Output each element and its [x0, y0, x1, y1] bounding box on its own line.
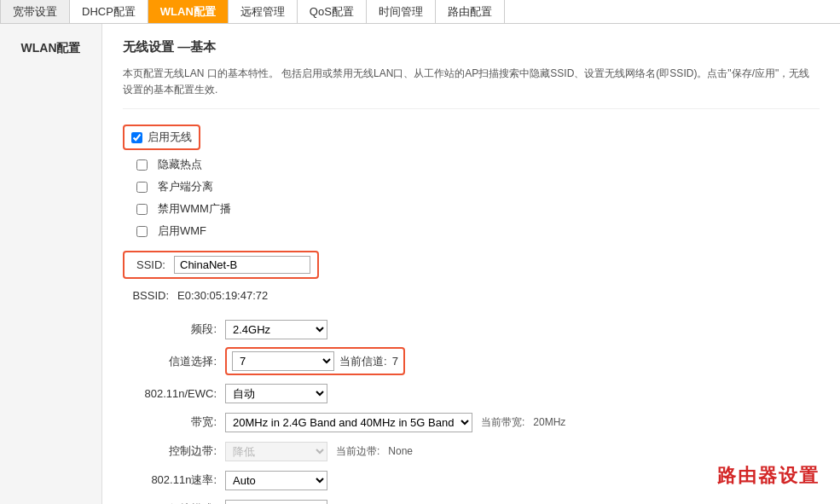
enable-wmf-row: 启用WMF: [136, 223, 820, 239]
ssid-row: SSID:: [123, 251, 820, 279]
client-isolation-row: 客户端分离: [136, 179, 820, 194]
hide-hotspot-row: 隐藏热点: [136, 157, 820, 172]
channel-row: 信道选择: 7 当前信道: 7: [123, 347, 820, 375]
ssid-highlight: SSID:: [123, 251, 319, 279]
watermark: 路由器设置: [717, 463, 820, 489]
page-title: 无线设置 —基本: [123, 39, 820, 55]
dot11n-protection-select[interactable]: Auto: [225, 500, 327, 504]
nav-item-QoS配置[interactable]: QoS配置: [298, 0, 367, 23]
nav-item-DHCP配置[interactable]: DHCP配置: [70, 0, 148, 23]
page-desc: 本页配置无线LAN 口的基本特性。 包括启用或禁用无线LAN口、从工作站的AP扫…: [123, 66, 820, 109]
dot11n-ewc-select[interactable]: 自动: [225, 384, 327, 403]
current-sideband-label: 当前边带:: [336, 444, 379, 459]
enable-wmm-label: 禁用WMM广播: [158, 201, 231, 217]
dot11n-ewc-label: 802.11n/EWC:: [123, 387, 225, 400]
enable-wmm-checkbox[interactable]: [136, 204, 148, 215]
bandwidth-row: 带宽: 20MHz in 2.4G Band and 40MHz in 5G B…: [123, 411, 820, 433]
client-isolation-checkbox[interactable]: [136, 182, 148, 193]
enable-wireless-checkbox[interactable]: [131, 132, 142, 143]
enable-wmm-row: 禁用WMM广播: [136, 201, 820, 217]
nav-item-WLAN配置[interactable]: WLAN配置: [148, 0, 229, 23]
current-sideband-value: None: [388, 445, 413, 457]
bandwidth-label: 带宽:: [123, 414, 225, 430]
ssid-input[interactable]: [174, 256, 310, 274]
checkbox-group: 启用无线 隐藏热点 客户端分离 禁用WMM广播 启用WMF: [123, 125, 820, 239]
control-sideband-select[interactable]: 降低: [225, 442, 327, 461]
ssid-label: SSID:: [131, 258, 174, 271]
channel-highlight: 7 当前信道: 7: [225, 347, 405, 375]
dot11n-rate-select[interactable]: Auto: [225, 471, 327, 490]
nav-item-路由配置[interactable]: 路由配置: [436, 0, 505, 23]
dot11n-protection-row: 802.11n保护模式: Auto: [123, 498, 820, 504]
current-bandwidth-label: 当前带宽:: [481, 415, 524, 430]
nav-item-宽带设置[interactable]: 宽带设置: [0, 0, 70, 23]
bandwidth-select[interactable]: 20MHz in 2.4G Band and 40MHz in 5G Band: [225, 413, 472, 432]
enable-wireless-label: 启用无线: [148, 130, 192, 145]
dot11n-ewc-row: 802.11n/EWC: 自动: [123, 382, 820, 404]
top-nav: 宽带设置DHCP配置WLAN配置远程管理QoS配置时间管理路由配置: [0, 0, 840, 24]
hide-hotspot-checkbox[interactable]: [136, 159, 148, 171]
hide-hotspot-label: 隐藏热点: [158, 157, 202, 172]
sidebar: WLAN配置: [0, 24, 102, 504]
frequency-row: 频段: 2.4GHz: [123, 318, 820, 340]
dot11n-rate-row: 802.11n速率: Auto: [123, 469, 820, 491]
current-channel-value: 7: [392, 355, 398, 368]
enable-wmf-checkbox[interactable]: [136, 226, 148, 237]
client-isolation-label: 客户端分离: [158, 179, 213, 194]
current-channel-label: 当前信道:: [339, 354, 387, 369]
channel-label: 信道选择:: [123, 354, 225, 369]
enable-wireless-row: 启用无线: [123, 125, 820, 150]
enable-wmf-label: 启用WMF: [158, 223, 206, 239]
channel-select[interactable]: 7: [232, 351, 334, 371]
enable-wireless-highlight: 启用无线: [123, 125, 200, 150]
nav-item-时间管理[interactable]: 时间管理: [367, 0, 436, 23]
control-sideband-row: 控制边带: 降低 当前边带: None: [123, 440, 820, 462]
bssid-row: BSSID: E0:30:05:19:47:72: [126, 284, 820, 306]
nav-item-远程管理[interactable]: 远程管理: [229, 0, 298, 23]
content-area: 无线设置 —基本 本页配置无线LAN 口的基本特性。 包括启用或禁用无线LAN口…: [102, 24, 840, 504]
frequency-label: 频段:: [123, 322, 225, 337]
current-bandwidth-value: 20MHz: [533, 416, 565, 428]
bssid-value: E0:30:05:19:47:72: [177, 289, 268, 302]
sidebar-label: WLAN配置: [0, 31, 101, 67]
bssid-label: BSSID:: [126, 289, 177, 302]
frequency-select[interactable]: 2.4GHz: [225, 320, 327, 339]
dot11n-rate-label: 802.11n速率:: [123, 472, 225, 488]
control-sideband-label: 控制边带:: [123, 443, 225, 459]
